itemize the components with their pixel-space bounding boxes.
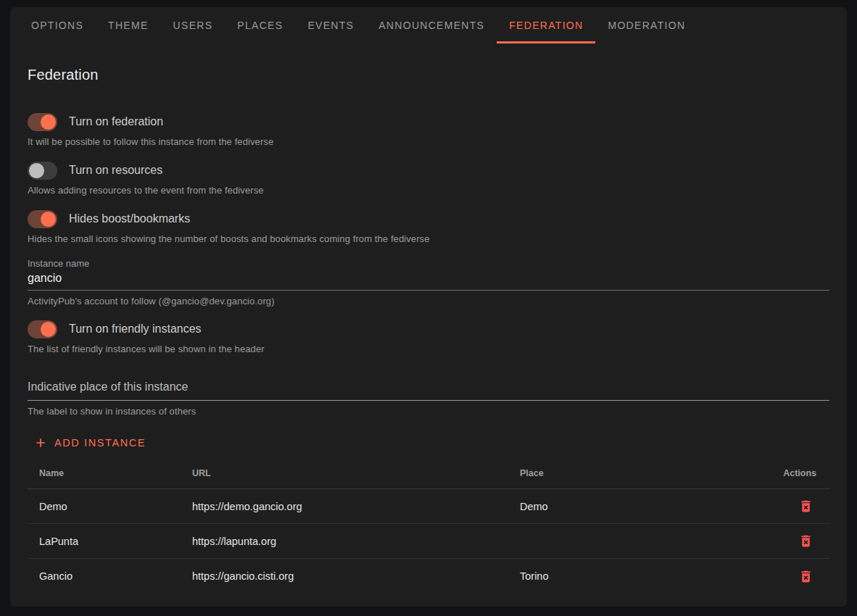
tab-places[interactable]: PLACES <box>225 7 295 43</box>
federation-toggle[interactable] <box>28 113 57 131</box>
toggle-thumb <box>29 163 44 178</box>
column-header-place: Place <box>508 468 760 478</box>
tab-moderation[interactable]: MODERATION <box>595 7 697 43</box>
add-instance-button[interactable]: ADD INSTANCE <box>28 430 152 456</box>
resources-toggle-label: Turn on resources <box>69 164 162 177</box>
instance-place: Demo <box>508 501 760 512</box>
trash-icon <box>798 505 813 516</box>
instance-place-field-block: The label to show in instances of others <box>28 378 829 417</box>
delete-instance-button[interactable] <box>795 566 816 587</box>
toggle-thumb <box>41 322 56 337</box>
tab-federation[interactable]: FEDERATION <box>497 7 595 43</box>
instance-url: https://lapunta.org <box>181 536 508 547</box>
setting-hide-boosts: Hides boost/bookmarks Hides the small ic… <box>28 209 829 244</box>
resources-toggle-hint: Allows adding resources to the event fro… <box>28 185 829 196</box>
federation-toggle-label: Turn on federation <box>69 115 163 128</box>
tab-events[interactable]: EVENTS <box>295 7 366 43</box>
admin-settings-card: OPTIONS THEME USERS PLACES EVENTS ANNOUN… <box>10 7 847 607</box>
instance-name-input[interactable] <box>28 271 829 291</box>
plus-icon <box>33 436 48 450</box>
admin-tabs: OPTIONS THEME USERS PLACES EVENTS ANNOUN… <box>10 7 847 43</box>
instances-table: Name URL Place Actions Demo https://demo… <box>28 457 829 594</box>
instance-place-hint: The label to show in instances of others <box>28 406 829 417</box>
instances-table-header: Name URL Place Actions <box>28 457 829 489</box>
federation-settings: Federation Turn on federation It will be… <box>10 67 847 594</box>
instance-name-label: Instance name <box>28 258 829 269</box>
instance-row-gancio: Gancio https://gancio.cisti.org Torino <box>28 559 829 594</box>
instance-name: Gancio <box>28 570 181 582</box>
federation-toggle-hint: It will be possible to follow this insta… <box>28 136 829 147</box>
toggle-thumb <box>41 212 56 227</box>
instance-name: Demo <box>28 501 181 512</box>
setting-resources: Turn on resources Allows adding resource… <box>28 161 829 196</box>
instance-row-demo: Demo https://demo.gancio.org Demo <box>28 489 829 524</box>
column-header-name: Name <box>28 468 181 478</box>
page-title: Federation <box>28 67 829 83</box>
tab-options[interactable]: OPTIONS <box>19 7 96 43</box>
instance-name-field-block: Instance name ActivityPub's account to f… <box>28 258 829 307</box>
trash-icon <box>798 540 813 551</box>
hide-boosts-toggle-hint: Hides the small icons showing the number… <box>28 233 829 244</box>
instance-place-input[interactable] <box>28 378 829 401</box>
delete-instance-button[interactable] <box>795 530 816 552</box>
instance-name: LaPunta <box>28 536 181 547</box>
friendly-instances-toggle-label: Turn on friendly instances <box>69 322 202 336</box>
hide-boosts-toggle-label: Hides boost/bookmarks <box>69 212 190 225</box>
instance-name-hint: ActivityPub's account to follow (@gancio… <box>28 296 829 307</box>
trash-icon <box>798 575 813 586</box>
instance-place: Torino <box>508 570 760 582</box>
hide-boosts-toggle[interactable] <box>28 210 57 228</box>
tab-announcements[interactable]: ANNOUNCEMENTS <box>366 7 497 43</box>
instance-url: https://gancio.cisti.org <box>181 570 508 582</box>
instance-url: https://demo.gancio.org <box>181 501 508 512</box>
delete-instance-button[interactable] <box>795 496 816 517</box>
tab-theme[interactable]: THEME <box>96 7 161 43</box>
column-header-actions: Actions <box>760 468 829 478</box>
toggle-thumb <box>41 115 56 130</box>
instance-row-lapunta: LaPunta https://lapunta.org <box>28 524 829 559</box>
setting-friendly-instances: Turn on friendly instances The list of f… <box>28 320 829 354</box>
tab-users[interactable]: USERS <box>161 7 225 43</box>
column-header-url: URL <box>181 468 508 478</box>
resources-toggle[interactable] <box>28 162 57 180</box>
add-instance-label: ADD INSTANCE <box>54 437 146 449</box>
friendly-instances-toggle[interactable] <box>28 320 57 338</box>
setting-federation: Turn on federation It will be possible t… <box>28 112 829 147</box>
friendly-instances-toggle-hint: The list of friendly instances will be s… <box>28 344 829 354</box>
